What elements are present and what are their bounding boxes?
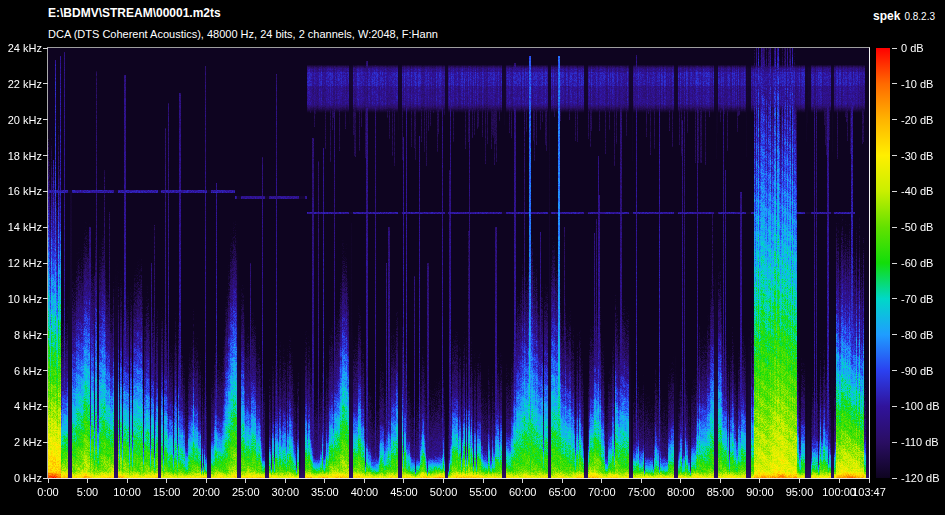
time-tick-label: 100:00	[813, 485, 865, 499]
time-tick	[720, 479, 721, 483]
freq-tick-label: 8 kHz	[0, 328, 42, 342]
time-tick-label: 65:00	[536, 485, 588, 499]
db-tick	[892, 406, 897, 407]
time-tick	[245, 479, 246, 483]
time-tick-label: 70:00	[576, 485, 628, 499]
freq-tick-label: 24 kHz	[0, 41, 42, 55]
db-tick	[892, 83, 897, 84]
freq-tick-label: 4 kHz	[0, 399, 42, 413]
db-tick-label: -90 dB	[901, 364, 933, 378]
time-tick	[48, 479, 49, 483]
freq-tick-label: 6 kHz	[0, 364, 42, 378]
time-tick-label: 60:00	[497, 485, 549, 499]
db-tick	[892, 48, 897, 49]
db-tick	[892, 263, 897, 264]
time-tick	[403, 479, 404, 483]
time-tick	[522, 479, 523, 483]
time-tick-label: 20:00	[180, 485, 232, 499]
db-tick	[892, 370, 897, 371]
db-tick	[892, 442, 897, 443]
time-tick-label: 15:00	[141, 485, 193, 499]
freq-tick-label: 16 kHz	[0, 184, 42, 198]
time-tick	[443, 479, 444, 483]
time-tick-label: 55:00	[457, 485, 509, 499]
time-tick-label: 85:00	[694, 485, 746, 499]
db-tick	[892, 119, 897, 120]
db-tick	[892, 334, 897, 335]
time-tick	[206, 479, 207, 483]
freq-tick-label: 12 kHz	[0, 256, 42, 270]
time-tick-label: 90:00	[734, 485, 786, 499]
app-version: 0.8.2.3	[904, 11, 935, 22]
db-tick-label: -50 dB	[901, 220, 933, 234]
time-tick-label: 30:00	[259, 485, 311, 499]
db-tick-label: -40 dB	[901, 184, 933, 198]
db-tick	[892, 155, 897, 156]
time-tick-label: 75:00	[615, 485, 667, 499]
db-tick	[892, 227, 897, 228]
time-tick	[364, 479, 365, 483]
freq-tick-label: 20 kHz	[0, 113, 42, 127]
time-tick	[759, 479, 760, 483]
db-tick-label: -120 dB	[901, 471, 940, 485]
time-tick	[285, 479, 286, 483]
time-tick	[601, 479, 602, 483]
file-path-title: E:\BDMV\STREAM\00001.m2ts	[48, 6, 221, 20]
db-tick	[892, 191, 897, 192]
db-tick-label: -30 dB	[901, 149, 933, 163]
db-tick-label: -100 dB	[901, 399, 940, 413]
stream-info: DCA (DTS Coherent Acoustics), 48000 Hz, …	[48, 28, 438, 40]
time-tick	[869, 479, 870, 483]
spek-window: E:\BDMV\STREAM\00001.m2ts spek0.8.2.3 DC…	[0, 0, 945, 515]
time-tick	[87, 479, 88, 483]
time-tick-label: 35:00	[299, 485, 351, 499]
time-tick-label: 103:47	[843, 485, 895, 499]
freq-tick-label: 10 kHz	[0, 292, 42, 306]
time-tick-label: 0:00	[22, 485, 74, 499]
time-tick	[799, 479, 800, 483]
db-tick-label: -110 dB	[901, 435, 939, 449]
freq-tick-label: 22 kHz	[0, 77, 42, 91]
time-tick	[166, 479, 167, 483]
time-tick-label: 10:00	[101, 485, 153, 499]
time-tick	[680, 479, 681, 483]
db-colorbar-gradient	[876, 48, 890, 478]
time-tick-label: 80:00	[655, 485, 707, 499]
freq-tick-label: 0 kHz	[0, 471, 42, 485]
db-tick-label: -10 dB	[901, 77, 933, 91]
db-tick-label: -70 dB	[901, 292, 933, 306]
time-tick-label: 25:00	[220, 485, 272, 499]
time-tick-label: 45:00	[378, 485, 430, 499]
db-tick-label: -60 dB	[901, 256, 933, 270]
time-tick	[562, 479, 563, 483]
time-tick-label: 95:00	[774, 485, 826, 499]
app-brand: spek0.8.2.3	[873, 6, 935, 24]
freq-tick-label: 2 kHz	[0, 435, 42, 449]
db-tick-label: -80 dB	[901, 328, 933, 342]
app-name: spek	[873, 9, 900, 23]
freq-tick-label: 14 kHz	[0, 220, 42, 234]
time-tick-label: 40:00	[338, 485, 390, 499]
time-tick	[324, 479, 325, 483]
spectrogram-canvas	[48, 48, 869, 478]
db-tick	[892, 298, 897, 299]
time-tick	[641, 479, 642, 483]
freq-tick-label: 18 kHz	[0, 149, 42, 163]
time-tick	[483, 479, 484, 483]
db-tick-label: 0 dB	[901, 41, 924, 55]
time-tick-label: 50:00	[418, 485, 470, 499]
time-tick	[127, 479, 128, 483]
db-tick-label: -20 dB	[901, 113, 933, 127]
time-tick	[839, 479, 840, 483]
time-tick-label: 5:00	[62, 485, 114, 499]
db-tick	[892, 478, 897, 479]
